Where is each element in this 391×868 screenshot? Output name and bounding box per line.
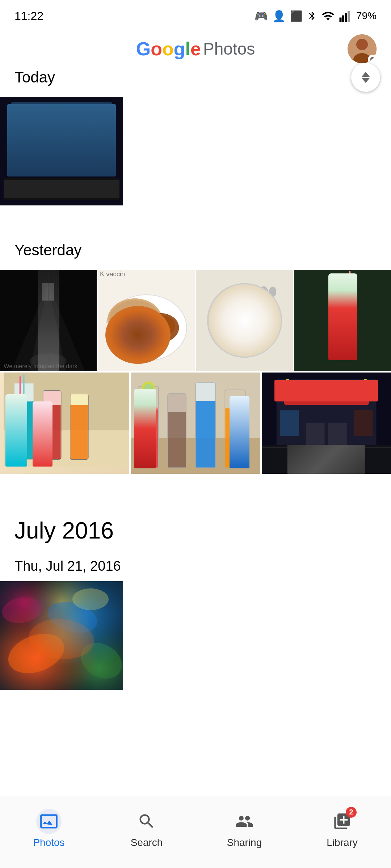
svg-rect-95: [328, 423, 346, 445]
drinks-multi-img[interactable]: [131, 373, 260, 474]
drinks-colorful-img[interactable]: [0, 373, 129, 474]
svg-rect-56: [337, 276, 339, 290]
svg-rect-104: [0, 581, 123, 690]
photo-abstract-container[interactable]: [0, 581, 391, 690]
svg-rect-97: [291, 449, 361, 460]
photo-cinema[interactable]: MULTIPLEX 2016: [262, 373, 391, 474]
photo-food-curry[interactable]: K vaccin: [98, 270, 195, 371]
svg-rect-19: [4, 178, 119, 200]
svg-point-60: [333, 275, 343, 285]
svg-point-5: [356, 39, 368, 50]
svg-rect-12: [14, 126, 94, 128]
photo-food-plate[interactable]: [196, 270, 293, 371]
nav-item-search[interactable]: Search: [98, 809, 196, 848]
svg-point-109: [3, 627, 70, 681]
account-icon: 👤: [272, 10, 286, 22]
svg-rect-89: [226, 408, 245, 467]
july2016-section: July 2016 Thu, Jul 21, 2016: [0, 503, 391, 690]
drink-red-img[interactable]: [294, 270, 391, 371]
abstract-svg: [0, 581, 123, 690]
svg-rect-71: [71, 405, 88, 459]
curry-svg: K vaccin: [98, 270, 195, 371]
dark-corridor-img[interactable]: We merely adopted the dark: [0, 270, 97, 371]
svg-point-38: [109, 300, 160, 341]
sharing-icon: [235, 812, 254, 831]
verified-icon: [370, 56, 376, 63]
library-nav-icon: 2: [329, 809, 355, 834]
avatar[interactable]: [348, 34, 377, 63]
svg-point-43: [207, 284, 281, 357]
svg-point-112: [0, 594, 43, 626]
abstract-photo[interactable]: [0, 581, 123, 690]
screencast-icon: ⬛: [290, 10, 303, 22]
svg-rect-2: [345, 13, 347, 22]
yesterday-section: Yesterday We merely adopted the dark: [0, 231, 391, 474]
svg-rect-96: [262, 445, 391, 474]
svg-point-49: [260, 286, 268, 300]
svg-text:We merely adopted the dark: We merely adopted the dark: [4, 363, 78, 369]
photos-icon: [39, 812, 58, 831]
photo-drinks-colorful[interactable]: [0, 373, 129, 474]
spacer-1: [0, 205, 391, 220]
today-photo-laptop[interactable]: [0, 97, 391, 205]
food-curry-img[interactable]: K vaccin: [98, 270, 195, 371]
search-nav-icon: [134, 809, 159, 834]
svg-rect-105: [0, 581, 123, 690]
svg-rect-107: [0, 581, 123, 690]
svg-point-111: [75, 636, 123, 686]
food-plate-img[interactable]: [196, 270, 293, 371]
corridor-svg: We merely adopted the dark: [0, 270, 97, 371]
photo-drink-red[interactable]: [294, 270, 391, 371]
svg-rect-52: [294, 270, 391, 371]
svg-point-51: [269, 287, 276, 297]
main-content: 11:22 🎮 👤 ⬛ 79% Google Photos: [0, 0, 391, 769]
today-header-row: Today: [0, 69, 391, 90]
nav-item-photos[interactable]: Photos: [0, 809, 98, 848]
svg-rect-15: [14, 142, 87, 144]
yesterday-row-2: MULTIPLEX 2016: [0, 373, 391, 474]
nav-item-library[interactable]: 2 Library: [293, 809, 391, 848]
svg-rect-17: [14, 153, 105, 155]
photo-drinks-multi[interactable]: [131, 373, 260, 474]
svg-rect-65: [14, 401, 34, 459]
svg-text:MULTIPLEX 2016: MULTIPLEX 2016: [293, 389, 359, 398]
svg-rect-106: [0, 581, 123, 690]
svg-rect-92: [284, 383, 369, 405]
svg-rect-21: [9, 184, 18, 188]
svg-point-79: [139, 405, 159, 411]
svg-point-114: [72, 588, 109, 610]
svg-rect-16: [14, 148, 51, 150]
photo-dark-corridor[interactable]: We merely adopted the dark: [0, 270, 97, 371]
svg-rect-27: [9, 190, 110, 195]
photos-nav-icon: [36, 809, 62, 834]
scroll-button[interactable]: [351, 63, 380, 92]
nav-item-sharing[interactable]: Sharing: [196, 809, 293, 848]
svg-point-100: [363, 379, 367, 382]
signal-icon: [339, 9, 352, 22]
july2016-sublabel: Thu, Jul 21, 2016: [0, 551, 391, 581]
svg-point-40: [150, 316, 175, 336]
sharing-nav-label: Sharing: [227, 837, 262, 848]
svg-rect-58: [344, 275, 345, 291]
cinema-img[interactable]: MULTIPLEX 2016: [262, 373, 391, 474]
user-avatar-container[interactable]: [348, 34, 377, 63]
svg-rect-3: [348, 11, 350, 22]
svg-rect-26: [63, 184, 72, 188]
svg-rect-68: [43, 405, 61, 459]
svg-rect-32: [42, 283, 54, 301]
svg-rect-59: [349, 271, 350, 337]
svg-rect-102: [354, 410, 373, 436]
svg-rect-13: [14, 131, 80, 133]
plate-svg: [196, 270, 293, 371]
status-icons: 🎮 👤 ⬛ 79%: [255, 9, 377, 23]
drinks-multi-svg: [131, 373, 260, 474]
laptop-photo[interactable]: [0, 97, 123, 205]
svg-rect-108: [0, 581, 123, 690]
svg-rect-94: [306, 423, 324, 445]
svg-rect-24: [42, 184, 51, 188]
library-nav-label: Library: [327, 837, 358, 848]
search-icon: [137, 812, 156, 831]
svg-point-55: [329, 275, 355, 289]
scroll-down-icon: [361, 78, 370, 83]
svg-point-45: [218, 302, 248, 324]
